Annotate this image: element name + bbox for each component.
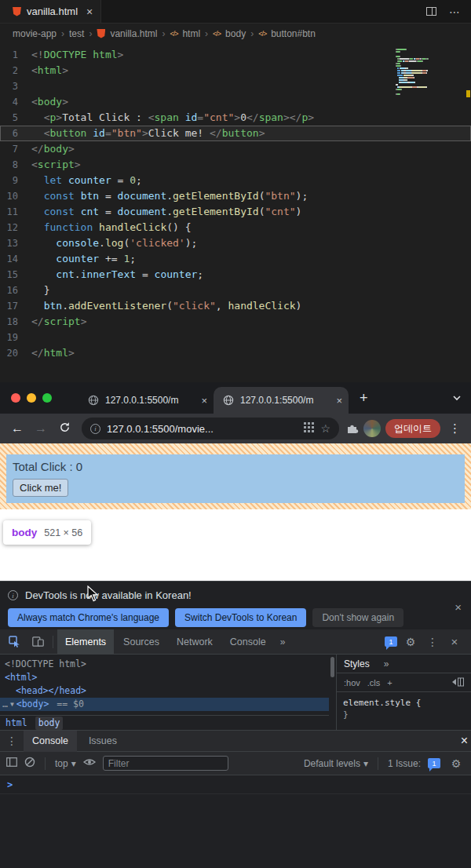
tab-close-icon[interactable]: × [336,395,342,407]
dom-crumb-html[interactable]: html [5,717,27,730]
tab-styles[interactable]: Styles [344,658,370,669]
more-actions-icon[interactable]: ⋯ [449,5,460,18]
code-line-19[interactable]: 19 [0,330,471,345]
minimap[interactable] [396,49,457,96]
dom-crumb-body[interactable]: body [35,717,64,730]
banner-close-icon[interactable]: × [455,600,462,614]
chrome-menu-icon[interactable]: ⋮ [445,421,465,436]
drawer-close-icon[interactable]: × [461,734,468,748]
code-line-14[interactable]: 14 counter += 1; [0,251,471,267]
forward-button[interactable]: → [30,421,52,436]
devtools-menu-icon[interactable]: ⋮ [424,636,441,648]
chrome-update-button[interactable]: 업데이트 [385,419,440,438]
tab-elements[interactable]: Elements [57,629,114,654]
new-tab-button[interactable]: + [349,382,379,414]
node-more-adorner[interactable]: … [2,698,8,711]
tab-sources[interactable]: Sources [115,629,167,654]
back-button[interactable]: ← [6,421,28,436]
minimize-window-button[interactable] [27,393,36,403]
bookmark-star-icon[interactable]: ☆ [320,422,330,435]
code-line-16[interactable]: 16 } [0,283,471,298]
console-output[interactable]: > [0,775,471,868]
context-selector[interactable]: top ▾ [55,758,76,769]
dom-doctype[interactable]: <!DOCTYPE html> [5,658,329,671]
new-style-rule-button[interactable]: + [387,678,392,687]
editor-tab-vanilla-html[interactable]: vanilla.html × [0,0,101,23]
grid-icon[interactable] [304,421,314,436]
code-line-17[interactable]: 17 btn.addEventListener("click", handleC… [0,298,471,314]
code-line-10[interactable]: 10 const btn = document.getElementById("… [0,188,471,204]
element-style-rule[interactable]: element.style { } [337,692,471,725]
tab-network[interactable]: Network [169,629,221,654]
dont-show-again-button[interactable]: Don't show again [312,608,403,627]
console-settings-gear-icon[interactable]: ⚙ [447,757,465,770]
dom-body-node-selected[interactable]: … ▼ <body> == $0 [0,698,329,711]
code-line-15[interactable]: 15 cnt.innerText = counter; [0,267,471,283]
issues-bubble-icon[interactable]: 1 [385,636,397,647]
site-info-icon[interactable]: i [90,424,100,434]
code-line-8[interactable]: 8<script> [0,157,471,173]
browser-tab-2-active[interactable]: 127.0.0.1:5500/m × [214,387,349,414]
issues-count-label[interactable]: 1 Issue: [388,758,421,769]
breadcrumb-item-html[interactable]: html [182,28,200,39]
log-levels-selector[interactable]: Default levels ▾ [304,758,368,769]
code-line-20[interactable]: 20</html> [0,345,471,361]
device-toolbar-icon[interactable] [27,636,49,647]
code-line-11[interactable]: 11 const cnt = document.getElementById("… [0,204,471,220]
console-prompt-row[interactable]: > [0,775,471,794]
address-bar[interactable]: i 127.0.0.1:5500/movie... ☆ [82,418,339,439]
more-panes-icon[interactable]: » [379,658,394,669]
match-language-button[interactable]: Always match Chrome's language [8,608,169,627]
live-expression-eye-icon[interactable] [83,757,96,769]
dom-scrollbar[interactable] [329,655,336,730]
toggle-hover-state-button[interactable]: :hov [344,678,360,687]
sidebar-toggle-icon[interactable] [451,677,464,688]
code-line-4[interactable]: 4<body> [0,94,471,110]
code-line-12[interactable]: 12 function handleClick() { [0,220,471,235]
inspect-element-icon[interactable] [3,636,25,647]
more-tabs-icon[interactable]: » [276,636,290,647]
split-editor-icon[interactable] [426,7,436,16]
breadcrumb-item-button[interactable]: button#btn [271,28,316,39]
scrollbar-thumb[interactable] [330,657,334,677]
code-line-6[interactable]: 6 <button id="btn">Click me! </button> [0,126,471,141]
code-line-9[interactable]: 9 let counter = 0; [0,173,471,188]
extensions-puzzle-icon[interactable] [345,421,359,437]
dom-html-node[interactable]: <html> [5,671,329,684]
element-style-selector[interactable]: element.style { [343,697,465,709]
expand-arrow-icon[interactable]: ▼ [10,698,14,711]
toggle-class-button[interactable]: .cls [367,678,381,687]
code-line-18[interactable]: 18</script> [0,314,471,330]
code-editor[interactable]: 1<!DOCTYPE html>2<html>34<body>5 <p>Tota… [0,43,471,382]
tab-console[interactable]: Console [222,629,274,654]
switch-korean-button[interactable]: Switch DevTools to Korean [175,608,306,627]
console-filter-input[interactable] [103,756,228,771]
settings-gear-icon[interactable]: ⚙ [402,636,419,648]
profile-avatar[interactable] [363,420,381,437]
code-line-5[interactable]: 5 <p>Total Click : <span id="cnt">0</spa… [0,110,471,126]
tab-close-icon[interactable]: × [201,395,207,407]
breadcrumb-item-body[interactable]: body [225,28,246,39]
clear-console-icon[interactable] [24,757,35,770]
tooltip-tag-name: body [12,527,37,538]
breadcrumb-item-movie-app[interactable]: movie-app [13,28,57,39]
elements-dom-tree[interactable]: <!DOCTYPE html> <html> <head></head> … ▼… [0,655,329,730]
browser-tab-1[interactable]: 127.0.0.1:5500/m × [78,387,214,414]
console-sidebar-icon[interactable] [6,757,17,769]
tab-close-icon[interactable]: × [86,5,93,18]
devtools-close-icon[interactable]: × [446,635,463,648]
breadcrumb-item-test[interactable]: test [69,28,84,39]
tab-search-chevron-icon[interactable] [452,390,462,404]
reload-button[interactable] [53,421,75,436]
maximize-window-button[interactable] [42,393,52,403]
issues-bubble-icon[interactable]: 1 [428,758,440,768]
dom-head-node[interactable]: <head></head> [5,684,329,698]
click-me-button[interactable]: Click me! [13,479,68,497]
breadcrumb-item-file[interactable]: vanilla.html [110,28,157,39]
close-window-button[interactable] [11,393,20,403]
code-line-7[interactable]: 7</body> [0,141,471,157]
code-line-13[interactable]: 13 console.log('clicked'); [0,235,471,251]
drawer-tab-console[interactable]: Console [24,731,77,752]
drawer-menu-icon[interactable]: ⋮ [3,735,20,747]
drawer-tab-issues[interactable]: Issues [80,731,126,752]
